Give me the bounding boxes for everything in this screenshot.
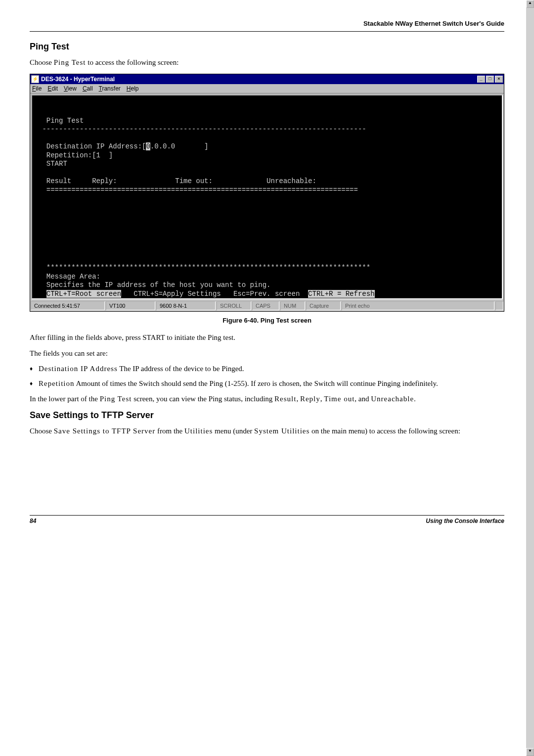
term-blank6 <box>38 212 42 220</box>
s2-b1: Save Settings to TFTP Server <box>54 427 156 435</box>
menu-file[interactable]: File <box>32 85 42 92</box>
p3-b5: Unreachable <box>371 395 414 403</box>
menu-view[interactable]: View <box>64 85 77 92</box>
status-connected: Connected 5:41:57 <box>31 301 105 310</box>
intro-post: to access the following screen: <box>86 58 179 66</box>
term-blank7 <box>38 221 42 229</box>
scroll-up-button[interactable]: ▲ <box>526 0 534 8</box>
hyperterminal-window: ⚡ DES-3624 - HyperTerminal _ □ × File Ed… <box>30 74 504 312</box>
term-dash: ----------------------------------------… <box>38 125 366 133</box>
s2-mid3: on the main menu) to access the followin… <box>310 427 460 435</box>
term-hints: CTRL+T=Root screen CTRL+S=Apply Settings… <box>38 290 375 298</box>
s2-mid1: from the <box>155 427 184 435</box>
field-list: Destination IP Address The IP address of… <box>30 364 504 388</box>
menu-transfer[interactable]: Transfer <box>99 85 121 92</box>
term-blank2 <box>38 134 42 142</box>
list-item-destination: Destination IP Address The IP address of… <box>30 364 504 374</box>
intro-paragraph: Choose Ping Test to access the following… <box>30 58 504 68</box>
term-start-line: START <box>38 160 67 168</box>
minimize-button[interactable]: _ <box>477 76 485 83</box>
p3-b3: Reply <box>300 395 320 403</box>
status-num: NUM <box>280 301 305 310</box>
page-footer: 84 Using the Console Interface <box>0 515 534 539</box>
dest-ip-cursor[interactable]: 0 <box>146 142 150 150</box>
dest-label: Destination IP Address:[ <box>38 142 146 150</box>
p3-c1: , <box>296 395 300 403</box>
terminal-scrollbar[interactable]: ▲ ▼ <box>526 0 534 539</box>
term-blank9 <box>38 238 42 246</box>
p3-b1: Ping Test <box>100 395 132 403</box>
intro-pre: Choose <box>30 58 54 66</box>
title-bar[interactable]: ⚡ DES-3624 - HyperTerminal _ □ × <box>30 74 504 84</box>
term-blank10 <box>38 246 42 254</box>
header-rule <box>30 31 504 32</box>
save-settings-paragraph: Choose Save Settings to TFTP Server from… <box>30 426 504 436</box>
intro-bold: Ping Test <box>54 58 86 66</box>
scroll-track[interactable] <box>526 8 534 539</box>
menu-edit[interactable]: Edit <box>47 85 58 92</box>
status-baud: 9600 8-N-1 <box>156 301 216 310</box>
after-p2: The fields you can set are: <box>30 349 504 359</box>
window-controls: _ □ × <box>476 76 503 83</box>
s2-mid2: menu (under <box>213 427 254 435</box>
term-blank8 <box>38 229 42 237</box>
figure-caption: Figure 6-40. Ping Test screen <box>0 317 534 324</box>
p3-end: . <box>414 395 416 403</box>
page-number: 84 <box>30 518 36 524</box>
p3-pre: In the lower part of the <box>30 395 100 403</box>
dest-ip-rest: .0.0.0 ] <box>150 142 209 150</box>
p3-b2: Result <box>274 395 296 403</box>
menu-bar: File Edit View Call Transfer Help <box>30 84 504 94</box>
term-blank4 <box>38 194 42 202</box>
terminal-content[interactable]: Ping Test ------------------------------… <box>32 95 502 299</box>
ping-test-heading: Ping Test <box>30 42 504 52</box>
term-stars: ****************************************… <box>38 264 370 272</box>
lower-part-paragraph: In the lower part of the Ping Test scree… <box>30 394 504 404</box>
status-emulation: VT100 <box>106 301 155 310</box>
term-rep-line: Repetition:[1 ] <box>38 151 113 159</box>
footer-rule <box>30 515 504 516</box>
hint-root: CTRL+T=Root screen <box>46 290 121 298</box>
hint-mid: CTRL+S=Apply Settings Esc=Prev. screen <box>121 290 308 298</box>
close-button[interactable]: × <box>495 76 503 83</box>
menu-call[interactable]: Call <box>83 85 93 92</box>
save-settings-heading: Save Settings to TFTP Server <box>30 410 504 421</box>
term-repetition: Repetition <box>39 379 75 387</box>
p3-b4: Time out <box>324 395 355 403</box>
s2-b2: Utilities <box>184 427 213 435</box>
status-bar: Connected 5:41:57 VT100 9600 8-N-1 SCROL… <box>30 300 504 311</box>
term-blank3 <box>38 169 42 177</box>
resize-grip-icon[interactable] <box>495 301 503 310</box>
s2-b3: System Utilities <box>254 427 310 435</box>
term-dest-line: Destination IP Address:[0.0.0.0 ] <box>38 142 208 150</box>
term-msgtext: Specifies the IP address of the host you… <box>38 281 270 289</box>
list-item-repetition: Repetition Amount of times the Switch sh… <box>30 379 504 389</box>
hint-refresh: CTRL+R = Refresh <box>308 290 374 298</box>
maximize-button[interactable]: □ <box>486 76 494 83</box>
p3-c3: , and <box>355 395 371 403</box>
status-capture: Capture <box>306 301 341 310</box>
term-blank11 <box>38 255 42 263</box>
term-eq-line: ========================================… <box>38 186 358 194</box>
terminal-frame: Ping Test ------------------------------… <box>31 94 503 300</box>
p3-mid: screen, you can view the Ping status, in… <box>132 395 274 403</box>
term-destination: Destination IP Address <box>39 365 118 373</box>
footer-label: Using the Console Interface <box>426 518 504 524</box>
hint-pre <box>38 290 46 298</box>
term-blank5 <box>38 203 42 211</box>
app-icon: ⚡ <box>31 75 39 83</box>
status-printecho: Print echo <box>342 301 494 310</box>
status-caps: CAPS <box>252 301 279 310</box>
rest-repetition: Amount of times the Switch should send t… <box>75 379 438 387</box>
s2-pre: Choose <box>30 427 54 435</box>
menu-help[interactable]: Help <box>127 85 139 92</box>
page-header: Stackable NWay Ethernet Switch User's Gu… <box>0 0 534 31</box>
after-p1: After filling in the fields above, press… <box>30 333 504 343</box>
status-scroll: SCROLL <box>217 301 251 310</box>
rest-destination: The IP address of the device to be Pinge… <box>118 365 244 373</box>
term-msgarea: Message Area: <box>38 273 100 281</box>
term-blank <box>38 108 42 116</box>
term-title-line: Ping Test <box>38 117 84 125</box>
window-title: DES-3624 - HyperTerminal <box>41 76 476 83</box>
term-result-line: Result Reply: Time out: Unreachable: <box>38 177 316 185</box>
